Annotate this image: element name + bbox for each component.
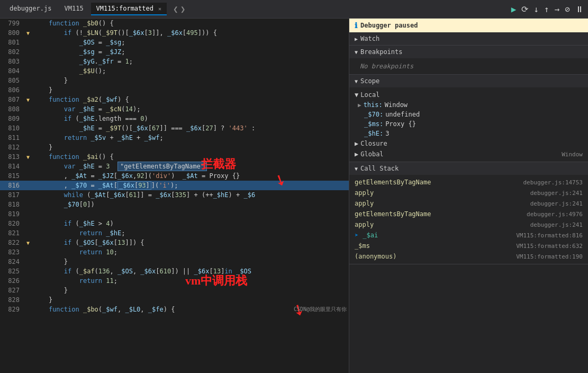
- scope-_$hE: _$hE: 3: [349, 129, 588, 138]
- code-line-802: 802 _$sg = _$JZ;: [0, 47, 349, 57]
- call-stack-item-apply1[interactable]: apply debugger.js:241: [349, 188, 588, 198]
- editor-container: 799 function _$b0() { 800 ▼ if (!_$LN(_$…: [0, 19, 349, 314]
- code-line-818: 818 _$70[0]): [0, 200, 349, 209]
- code-line-812: 812 }: [0, 143, 349, 152]
- scope-local-header[interactable]: ▼ Local: [349, 90, 588, 100]
- call-stack-label: Call Stack: [360, 165, 399, 172]
- no-breakpoints-text: No breakpoints: [349, 60, 588, 72]
- scope-this: ▶ this: Window: [349, 100, 588, 110]
- code-line-803: 803 _$yG._$fr = 1;: [0, 57, 349, 66]
- code-line-826: 826 return 11;: [0, 276, 349, 286]
- pause-button[interactable]: ⏸: [575, 4, 584, 14]
- code-line-824: 824 }: [0, 257, 349, 267]
- code-line-808: 808 var _$hE = _$cN(14);: [0, 104, 349, 114]
- code-line-821: 821 return _$hE;: [0, 228, 349, 238]
- tab-vm115-formatted[interactable]: VM115:formatted ✕: [91, 3, 167, 15]
- code-line-815: 815 , _$At = _$JZ[_$6x,92]('div') _$At =…: [0, 171, 349, 181]
- watch-arrow-icon: ▶: [355, 36, 358, 42]
- scope-closure-label: Closure: [360, 140, 387, 147]
- deactivate-button[interactable]: ⊘: [565, 4, 570, 14]
- code-line-822: 822 ▼ if (_$OS[_$6x[13]]) {: [0, 238, 349, 247]
- tab-vm115[interactable]: VM115: [59, 3, 88, 15]
- tab-label-debugger: debugger.js: [10, 5, 51, 12]
- scope-_$ms: _$ms: Proxy {}: [349, 119, 588, 129]
- debug-toolbar: ▶ ⟳ ↓ ↑ → ⊘ ⏸: [511, 4, 584, 14]
- code-line-814: 814 var _$hE = 3 "getElementsByTagName": [0, 162, 349, 171]
- scope-header[interactable]: ▼ Scope: [349, 75, 588, 87]
- scope-arrow-icon: ▼: [355, 78, 358, 84]
- scope-global-arrow-icon: ▶: [355, 150, 358, 158]
- scope-local-arrow-icon: ▼: [355, 91, 358, 99]
- breakpoints-content: No breakpoints: [349, 58, 588, 74]
- breakpoints-arrow-icon: ▼: [355, 49, 358, 55]
- call-stack-content: getElementsByTagName debugger.js:14753 a…: [349, 175, 588, 264]
- code-line-805: 805 }: [0, 76, 349, 85]
- toolbar: debugger.js VM115 VM115:formatted ✕ ❮ ❯ …: [0, 0, 588, 19]
- nav-left-icon[interactable]: ❮: [173, 4, 178, 14]
- debugger-paused-label: Debugger paused: [360, 22, 418, 29]
- code-line-816: 816 , _$70 = _$At[_$6x[93]]('i');: [0, 181, 349, 190]
- code-line-799: 799 function _$b0() {: [0, 19, 349, 28]
- code-line-820: 820 if (_$hE > 4): [0, 219, 349, 228]
- nav-right-icon[interactable]: ❯: [180, 4, 186, 14]
- call-stack-item-apply2[interactable]: apply debugger.js:241: [349, 198, 588, 209]
- step-out-button[interactable]: ↑: [544, 4, 549, 14]
- main-content: 799 function _$b0() { 800 ▼ if (!_$LN(_$…: [0, 19, 588, 373]
- step-button[interactable]: →: [555, 4, 560, 14]
- scope-global-header[interactable]: ▶ Global Window: [349, 149, 588, 159]
- call-stack-item-getelements2[interactable]: getElementsByTagName debugger.js:4976: [349, 209, 588, 219]
- code-line-804: 804 _$$U();: [0, 66, 349, 76]
- call-stack-item-ms[interactable]: _$ms VM115:formatted:632: [349, 241, 588, 251]
- scope-global-value: Window: [562, 151, 583, 158]
- watch-header[interactable]: ▶ Watch: [349, 32, 588, 45]
- watch-label: Watch: [360, 35, 379, 42]
- code-line-813: 813 ▼ function _$ai() {: [0, 152, 349, 162]
- scope-_$70: _$70: undefined: [349, 110, 588, 119]
- watch-section: ▶ Watch: [349, 32, 588, 46]
- code-line-823: 823 return 10;: [0, 247, 349, 257]
- step-over-button[interactable]: ⟳: [521, 4, 528, 14]
- code-line-811: 811 return _$5v + _$hE + _$wf;: [0, 133, 349, 143]
- scope-content: ▼ Local ▶ this: Window _$70: undefined _…: [349, 87, 588, 162]
- scope-label: Scope: [360, 77, 379, 85]
- code-lines: 799 function _$b0() { 800 ▼ if (!_$LN(_$…: [0, 19, 349, 314]
- code-line-827: 827 }: [0, 286, 349, 295]
- call-stack-item-anonymous[interactable]: (anonymous) VM115:formatted:190: [349, 251, 588, 262]
- current-frame-arrow-icon: ➤: [355, 232, 358, 239]
- code-line-806: 806 }: [0, 85, 349, 95]
- code-line-829: 829 function _$bo(_$wf, _$L0, _$fe) {: [0, 305, 349, 314]
- debugger-paused-banner: ℹ Debugger paused: [349, 19, 588, 32]
- scope-local-label: Local: [360, 91, 379, 99]
- call-stack-header[interactable]: ▼ Call Stack: [349, 162, 588, 175]
- step-into-button[interactable]: ↓: [533, 4, 539, 14]
- scope-closure-arrow-icon: ▶: [355, 140, 358, 147]
- code-line-825: 825 if (_$af(136, _$OS, _$6x[610]) || _$…: [0, 267, 349, 276]
- breakpoints-section: ▼ Breakpoints No breakpoints: [349, 46, 588, 75]
- scope-section: ▼ Scope ▼ Local ▶ this: Window _$70: und…: [349, 75, 588, 162]
- close-icon[interactable]: ✕: [158, 6, 161, 12]
- breakpoints-label: Breakpoints: [360, 48, 402, 56]
- scope-closure-header[interactable]: ▶ Closure: [349, 138, 588, 149]
- tab-label-vm115: VM115: [64, 5, 83, 12]
- code-line-819: 819: [0, 209, 349, 219]
- code-line-810: 810 _$hE = _$9T()[_$6x[67]] === _$6x[27]…: [0, 123, 349, 133]
- scope-global-label: Global: [360, 150, 383, 158]
- tab-label-vm115-formatted: VM115:formatted: [96, 5, 153, 12]
- call-stack-arrow-icon: ▼: [355, 166, 358, 172]
- breakpoints-header[interactable]: ▼ Breakpoints: [349, 46, 588, 58]
- call-stack-item-getelements1[interactable]: getElementsByTagName debugger.js:14753: [349, 177, 588, 188]
- code-line-809: 809 if (_$hE.length === 0): [0, 114, 349, 123]
- code-editor: 799 function _$b0() { 800 ▼ if (!_$LN(_$…: [0, 19, 349, 373]
- code-line-828: 828 }: [0, 295, 349, 305]
- call-stack-item-ai[interactable]: ➤ _$ai VM115:formatted:816: [349, 230, 588, 241]
- resume-button[interactable]: ▶: [511, 4, 517, 14]
- code-line-807: 807 ▼ function _$a2(_$wf) {: [0, 95, 349, 104]
- call-stack-section: ▼ Call Stack getElementsByTagName debugg…: [349, 162, 588, 264]
- code-line-817: 817 while (_$At[_$6x[61]] = _$6x[335] + …: [0, 190, 349, 200]
- code-line-800: 800 ▼ if (!_$LN(_$9T()[_$6x[3]], _$6x[49…: [0, 28, 349, 38]
- tab-debugger-js[interactable]: debugger.js: [4, 3, 57, 15]
- call-stack-item-apply3[interactable]: apply debugger.js:241: [349, 219, 588, 230]
- info-icon: ℹ: [355, 21, 357, 30]
- code-line-801: 801 _$OS = _$sg;: [0, 38, 349, 47]
- right-panel: ℹ Debugger paused ▶ Watch ▼ Breakpoints …: [349, 19, 588, 373]
